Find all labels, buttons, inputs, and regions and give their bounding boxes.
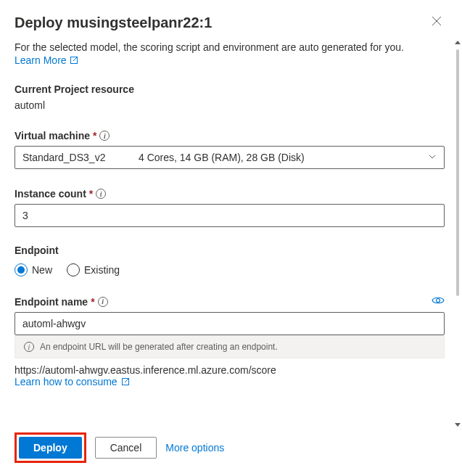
info-icon[interactable]: i <box>99 131 110 141</box>
endpoint-radio-new[interactable]: New <box>15 263 52 276</box>
radio-label-existing: Existing <box>84 264 120 276</box>
visibility-toggle[interactable] <box>432 295 445 308</box>
scroll-up-icon <box>455 41 461 44</box>
scroll-thumb[interactable] <box>456 49 459 296</box>
radio-label-new: New <box>32 264 52 276</box>
deploy-button[interactable]: Deploy <box>19 437 82 459</box>
eye-icon <box>432 295 445 305</box>
endpoint-label: Endpoint <box>15 245 445 256</box>
external-link-icon <box>121 377 130 386</box>
required-indicator: * <box>93 130 96 141</box>
project-resource-value: automl <box>15 99 445 111</box>
endpoint-info-banner: i An endpoint URL will be generated afte… <box>15 335 445 358</box>
learn-more-label: Learn More <box>15 54 67 66</box>
close-button[interactable] <box>429 15 445 30</box>
learn-more-link[interactable]: Learn More <box>15 54 78 66</box>
info-banner-text: An endpoint URL will be generated after … <box>40 342 278 352</box>
close-icon <box>432 16 442 26</box>
instance-count-label: Instance count <box>15 188 86 200</box>
instance-count-input[interactable] <box>15 204 445 227</box>
vm-selected-name: Standard_DS3_v2 <box>22 152 139 163</box>
svg-line-6 <box>125 379 128 382</box>
svg-point-4 <box>437 299 440 303</box>
required-indicator: * <box>91 296 94 308</box>
vm-selected-spec: 4 Cores, 14 GB (RAM), 28 GB (Disk) <box>139 152 305 163</box>
scroll-down-icon <box>455 423 461 427</box>
radio-icon <box>67 263 80 276</box>
scrollbar[interactable] <box>455 41 461 427</box>
endpoint-name-input[interactable] <box>15 312 445 335</box>
learn-consume-label: Learn how to consume <box>15 376 117 387</box>
required-indicator: * <box>89 188 93 200</box>
project-resource-label: Current Project resource <box>15 83 445 95</box>
cancel-button[interactable]: Cancel <box>95 437 157 459</box>
vm-dropdown[interactable]: Standard_DS3_v2 4 Cores, 14 GB (RAM), 28… <box>15 146 445 169</box>
learn-consume-link[interactable]: Learn how to consume <box>15 376 130 387</box>
endpoint-radio-existing[interactable]: Existing <box>67 263 120 276</box>
endpoint-url: https://automl-ahwgv.eastus.inference.ml… <box>15 364 445 376</box>
external-link-icon <box>70 56 78 65</box>
info-icon: i <box>24 342 34 352</box>
description-text: For the selected model, the scoring scri… <box>15 41 445 53</box>
chevron-down-icon <box>428 152 437 163</box>
highlight-annotation: Deploy <box>15 432 86 463</box>
radio-icon <box>15 263 28 276</box>
info-icon[interactable]: i <box>96 189 106 199</box>
info-icon[interactable]: i <box>98 297 108 307</box>
svg-line-3 <box>73 57 77 61</box>
more-options-link[interactable]: More options <box>165 442 224 454</box>
endpoint-name-label: Endpoint name <box>15 296 88 308</box>
vm-label: Virtual machine <box>15 130 90 141</box>
page-title: Deploy musingsteelpanr22:1 <box>15 15 212 31</box>
